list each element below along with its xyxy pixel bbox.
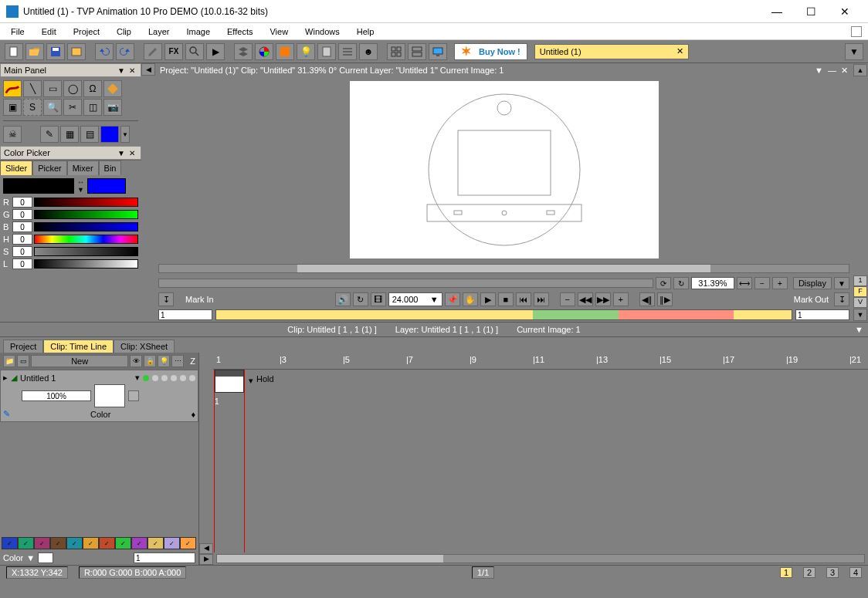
prev-frame-button[interactable]: ◀◀	[578, 292, 593, 306]
stop-button[interactable]: ■	[498, 292, 514, 306]
r-input[interactable]	[12, 197, 32, 208]
current-color-swatch[interactable]	[38, 552, 53, 563]
swatch-10[interactable]: ✓	[147, 537, 164, 549]
camera-tool[interactable]: 📷	[103, 99, 122, 116]
tab-xsheet[interactable]: Clip: XSheet	[114, 340, 175, 353]
transform-tool[interactable]: ◫	[83, 99, 102, 116]
marquee-tool[interactable]: S	[23, 99, 42, 116]
vstrip-f[interactable]: F	[853, 286, 867, 297]
splitter-left-icon[interactable]: ◀	[141, 63, 155, 76]
open-file-button[interactable]	[25, 43, 44, 60]
refresh-icon[interactable]: ⟳	[656, 277, 671, 289]
freehand-tool[interactable]	[3, 80, 22, 97]
grid1-button[interactable]	[387, 43, 405, 60]
color-row-menu-icon[interactable]: ▼	[26, 553, 35, 563]
menu-file[interactable]: File	[3, 25, 32, 38]
rect-tool[interactable]: ▭	[43, 80, 62, 97]
crop-tool[interactable]: ✂	[63, 99, 82, 116]
rewind-button[interactable]: ◀‖	[639, 292, 655, 306]
pin-icon[interactable]: 📌	[445, 292, 460, 306]
select-tool[interactable]: ▣	[3, 99, 22, 116]
step-plus-button[interactable]: +	[613, 292, 629, 306]
layer-dot-5[interactable]	[180, 375, 186, 381]
layer-menu-icon[interactable]: ▾	[135, 373, 140, 383]
frame-strip[interactable]	[215, 309, 792, 320]
color-tab-bin[interactable]: Bin	[99, 160, 122, 175]
last-frame-button[interactable]: ⏭	[534, 292, 549, 306]
fps-config-icon[interactable]: 🎞	[371, 292, 386, 306]
palette-tool[interactable]: ▦	[60, 126, 79, 143]
calc-button[interactable]	[317, 43, 336, 60]
color-row-value[interactable]	[134, 552, 195, 563]
layer-opacity-input[interactable]	[22, 390, 91, 401]
menubar-aux-button[interactable]	[851, 26, 862, 37]
bg-color-swatch[interactable]	[3, 178, 74, 194]
tab-timeline[interactable]: Clip: Time Line	[43, 340, 114, 353]
swatch-7[interactable]: ✓	[99, 537, 115, 549]
align-button[interactable]	[338, 43, 357, 60]
brush-button[interactable]	[144, 43, 162, 60]
eyedropper-tool[interactable]: ✎	[40, 126, 59, 143]
layer-opts-icon[interactable]: ⋯	[171, 355, 184, 367]
fps-input[interactable]: 24.000▼	[388, 292, 442, 306]
redo-button[interactable]	[116, 43, 134, 60]
page-4-button[interactable]: 4	[849, 567, 862, 578]
swatch-12[interactable]: ✓	[180, 537, 196, 549]
h-input[interactable]	[12, 234, 32, 245]
new-layer-button[interactable]: New	[31, 355, 128, 367]
folder-open-icon[interactable]: ▭	[17, 355, 29, 367]
rotate-icon[interactable]: ↻	[673, 277, 689, 289]
layer-dot-6[interactable]	[189, 375, 195, 381]
menu-layer[interactable]: Layer	[141, 25, 178, 38]
timeline-track[interactable]: ▾ Hold 1	[213, 370, 868, 552]
page-3-button[interactable]: 3	[826, 567, 839, 578]
menu-effects[interactable]: Effects	[219, 25, 260, 38]
bulb-icon[interactable]: 💡	[158, 355, 170, 367]
fx-button[interactable]: FX	[164, 43, 183, 60]
timeline-ruler[interactable]: 1|3|5|7|9|11|13|15|17|19|21	[213, 353, 868, 370]
minimize-button[interactable]: —	[760, 1, 794, 22]
layer-dot-4[interactable]	[171, 375, 177, 381]
swap-up-icon[interactable]: ↔	[77, 178, 84, 186]
color-picker-close-icon[interactable]: ✕	[127, 147, 137, 158]
maximize-button[interactable]: ☐	[794, 1, 828, 22]
zoom-input[interactable]	[691, 277, 734, 289]
vstrip-up-icon[interactable]: ▲	[853, 64, 867, 76]
hold-dropdown-icon[interactable]: ▾	[249, 376, 253, 386]
save-file-button[interactable]	[46, 43, 65, 60]
loop-icon[interactable]: ↻	[353, 292, 368, 306]
swap-down-icon[interactable]: ▼	[77, 186, 84, 194]
info-bar-menu-icon[interactable]: ▼	[855, 325, 863, 334]
layer-dot-3[interactable]	[161, 375, 168, 381]
blend-mode-menu-icon[interactable]: ♦	[191, 410, 195, 419]
b-slider[interactable]	[34, 222, 138, 231]
step-min-button[interactable]: −	[560, 292, 575, 306]
layer-collapse-icon[interactable]: ▸	[3, 373, 8, 383]
swatch-11[interactable]: ✓	[164, 537, 180, 549]
play-right-icon[interactable]: ▶	[206, 43, 225, 60]
tl-splitter-right-icon[interactable]: ▶	[199, 554, 213, 565]
monitor-icon[interactable]	[429, 43, 447, 60]
layer-thumb-opt-icon[interactable]	[128, 390, 139, 401]
swatch-2[interactable]: ✓	[18, 537, 34, 549]
frame-in-input[interactable]	[158, 309, 212, 320]
document-tab[interactable]: Untitled (1)✕	[534, 44, 689, 59]
color-square-icon[interactable]	[276, 43, 294, 60]
lock-icon[interactable]: 🔒	[144, 355, 156, 367]
eye-icon[interactable]: 👁	[130, 355, 142, 367]
color-tab-mixer[interactable]: Mixer	[67, 160, 99, 175]
timeline-hscroll-thumb[interactable]	[217, 555, 443, 563]
layers-button[interactable]	[234, 43, 253, 60]
swatch-5[interactable]: ✓	[66, 537, 83, 549]
frame-out-input[interactable]	[795, 309, 849, 320]
undo-button[interactable]	[95, 43, 114, 60]
menu-view[interactable]: View	[262, 25, 296, 38]
swatch-8[interactable]: ✓	[115, 537, 131, 549]
folder-icon[interactable]: 📁	[3, 355, 15, 367]
h-slider[interactable]	[34, 235, 138, 244]
page-2-button[interactable]: 2	[803, 567, 815, 578]
canvas-hscroll[interactable]	[155, 262, 853, 275]
markin-arrow-icon[interactable]: ↧	[158, 292, 174, 306]
layer-handle-icon[interactable]: ◢	[11, 373, 17, 383]
document-tab-close-icon[interactable]: ✕	[676, 46, 683, 56]
